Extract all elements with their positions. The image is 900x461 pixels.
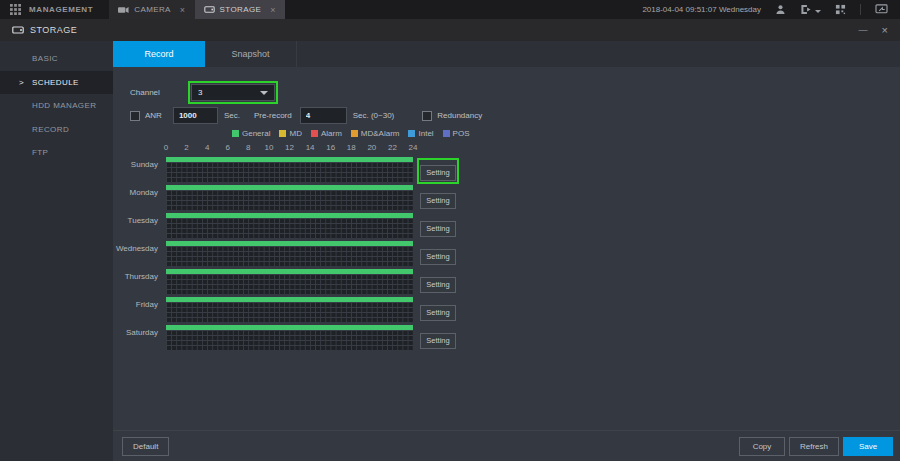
legend-color-swatch <box>408 130 415 137</box>
time-axis: 024681012141618202224 <box>166 143 413 153</box>
close-icon[interactable]: × <box>180 5 186 15</box>
window-controls: — × <box>859 25 888 36</box>
main-menu-button[interactable]: MANAGEMENT <box>0 0 109 19</box>
close-icon[interactable]: × <box>270 5 276 15</box>
pre-record-label: Pre-record <box>254 111 292 120</box>
setting-button-monday[interactable]: Setting <box>420 193 456 209</box>
setting-button-friday[interactable]: Setting <box>420 305 456 321</box>
sidebar-item-label: SCHEDULE <box>32 78 79 87</box>
setting-button-saturday[interactable]: Setting <box>420 333 456 349</box>
storage-icon <box>204 5 215 14</box>
sidebar-item-record[interactable]: >RECORD <box>0 118 113 142</box>
day-timeline-grid[interactable] <box>166 269 413 294</box>
time-axis-tick: 24 <box>409 143 418 152</box>
anr-checkbox[interactable] <box>130 111 140 121</box>
top-tab-camera-label: CAMERA <box>134 5 171 14</box>
close-icon[interactable]: × <box>882 25 888 36</box>
tab-record[interactable]: Record <box>113 41 205 67</box>
sidebar-item-schedule[interactable]: >SCHEDULE <box>0 71 113 95</box>
chevron-down-icon <box>260 91 268 95</box>
time-axis-tick: 18 <box>347 143 356 152</box>
anr-unit-label: Sec. <box>224 111 240 120</box>
legend-label: POS <box>453 129 470 138</box>
legend-item: General <box>232 129 270 138</box>
general-record-bar <box>166 325 413 330</box>
channel-dropdown[interactable]: 3 <box>191 84 275 101</box>
legend-label: MD <box>289 129 301 138</box>
menu-label: MANAGEMENT <box>29 5 93 14</box>
camera-icon <box>118 6 129 14</box>
timeline-mesh <box>166 162 413 182</box>
schedule-row: SundaySetting <box>113 157 459 182</box>
switch-to-liveview-icon[interactable] <box>875 4 888 15</box>
schedule-row: SaturdaySetting <box>113 325 459 350</box>
setting-wrap: Setting <box>420 217 456 237</box>
setting-wrap: Setting <box>420 301 456 321</box>
qr-code-icon[interactable] <box>835 4 846 15</box>
sidebar-item-label: BASIC <box>32 54 58 63</box>
day-timeline-grid[interactable] <box>166 213 413 238</box>
top-tab-camera[interactable]: CAMERA × <box>109 0 194 19</box>
setting-button-tuesday[interactable]: Setting <box>420 221 456 237</box>
day-timeline-grid[interactable] <box>166 325 413 350</box>
sidebar-item-label: HDD MANAGER <box>32 101 96 110</box>
day-label: Sunday <box>113 157 158 169</box>
anr-seconds-input[interactable] <box>173 107 218 124</box>
setting-button-wednesday[interactable]: Setting <box>420 249 456 265</box>
pre-record-unit-label: Sec. (0~30) <box>353 111 395 120</box>
refresh-button[interactable]: Refresh <box>789 437 839 456</box>
day-timeline-grid[interactable] <box>166 157 413 182</box>
pre-record-input[interactable] <box>300 107 347 124</box>
content-tabs: Record Snapshot <box>113 41 900 67</box>
legend-label: Alarm <box>321 129 342 138</box>
save-button[interactable]: Save <box>843 437 893 456</box>
time-axis-tick: 12 <box>285 143 294 152</box>
schedule-row: ThursdaySetting <box>113 269 459 294</box>
anr-row: ANR Sec. Pre-record Sec. (0~30) Redundan… <box>130 107 482 124</box>
sidebar-item-ftp[interactable]: >FTP <box>0 141 113 165</box>
time-axis-tick: 10 <box>264 143 273 152</box>
logout-icon[interactable] <box>800 4 821 15</box>
default-button[interactable]: Default <box>122 437 169 456</box>
sidebar-item-hdd-manager[interactable]: >HDD MANAGER <box>0 94 113 118</box>
page-title: STORAGE <box>30 25 77 35</box>
day-timeline-grid[interactable] <box>166 185 413 210</box>
redundancy-checkbox[interactable] <box>422 111 432 121</box>
body: >BASIC>SCHEDULE>HDD MANAGER>RECORD>FTP R… <box>0 41 900 461</box>
timeline-mesh <box>166 190 413 210</box>
time-axis-tick: 16 <box>326 143 335 152</box>
sidebar-item-basic[interactable]: >BASIC <box>0 47 113 71</box>
channel-row: Channel 3 <box>130 81 278 104</box>
redundancy-label: Redundancy <box>437 111 482 120</box>
minimize-icon[interactable]: — <box>859 26 868 35</box>
setting-wrap: Setting <box>420 329 456 349</box>
time-axis-tick: 6 <box>226 143 230 152</box>
tab-snapshot[interactable]: Snapshot <box>205 41 297 67</box>
channel-value: 3 <box>198 88 260 97</box>
time-axis-tick: 8 <box>246 143 250 152</box>
legend-label: MD&Alarm <box>361 129 400 138</box>
user-icon[interactable] <box>775 4 786 15</box>
day-timeline-grid[interactable] <box>166 241 413 266</box>
annotation-highlight-setting: Setting <box>417 158 459 184</box>
sidebar-item-label: FTP <box>32 148 48 157</box>
top-tab-storage[interactable]: STORAGE × <box>195 0 285 19</box>
legend-color-swatch <box>443 130 450 137</box>
day-timeline-grid[interactable] <box>166 297 413 322</box>
legend-item: MD <box>279 129 301 138</box>
grid-menu-icon <box>10 4 21 15</box>
toolbar-divider <box>860 4 861 15</box>
general-record-bar <box>166 157 413 162</box>
schedule-row: WednesdaySetting <box>113 241 459 266</box>
time-axis-tick: 4 <box>205 143 209 152</box>
timeline-mesh <box>166 302 413 322</box>
footer-bar: Default Copy Refresh Save <box>113 430 900 461</box>
setting-button-sunday[interactable]: Setting <box>420 165 456 181</box>
time-axis-tick: 14 <box>306 143 315 152</box>
schedule-row: TuesdaySetting <box>113 213 459 238</box>
setting-button-thursday[interactable]: Setting <box>420 277 456 293</box>
sidebar: >BASIC>SCHEDULE>HDD MANAGER>RECORD>FTP <box>0 41 113 461</box>
schedule-row: MondaySetting <box>113 185 459 210</box>
time-axis-tick: 0 <box>164 143 168 152</box>
copy-button[interactable]: Copy <box>739 437 785 456</box>
